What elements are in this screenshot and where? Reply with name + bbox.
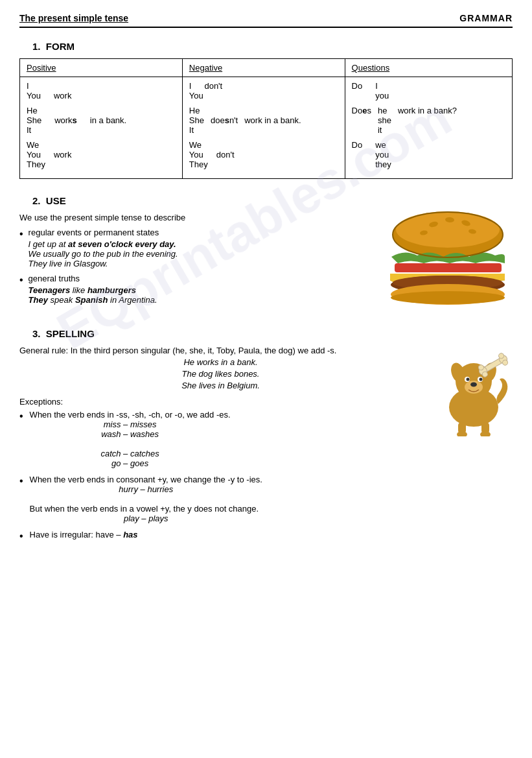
general-example-3: She lives in Belgium. xyxy=(19,381,422,390)
dog-image xyxy=(435,346,513,430)
positive-group-3: We Youwork They xyxy=(27,140,176,169)
questions-group-2: Does hesheit work in a bank? xyxy=(352,106,505,135)
exc1-ex4: go – goes xyxy=(30,458,231,468)
general-example-1: He works in a bank. xyxy=(19,357,422,367)
exc1-ex1: miss – misses xyxy=(30,420,231,429)
use-bullet-2: • general truths Teenagers like hamburge… xyxy=(19,274,370,305)
use-bullet-1: • regular events or permanent states I g… xyxy=(19,228,370,268)
page-header: The present simple tense GRAMMAR xyxy=(19,13,513,28)
exception-1-examples: miss – misses wash – washes catch – catc… xyxy=(30,420,231,468)
section-form: 1. FORM Positive Negative Questions I xyxy=(19,41,513,179)
questions-group-3: Do weyouthey xyxy=(352,140,505,169)
exception-2-note: But when the verb ends in a vowel +y, th… xyxy=(30,504,262,514)
svg-point-1 xyxy=(396,211,500,248)
section-use-heading: 2. USE xyxy=(32,195,513,206)
questions-group-1: Do Iyou xyxy=(352,81,505,101)
use-content-wrapper: • regular events or permanent states I g… xyxy=(19,228,513,312)
form-table-header-row: Positive Negative Questions xyxy=(20,59,513,77)
bullet-label-1: regular events or permanent states xyxy=(29,228,370,237)
svg-point-11 xyxy=(391,291,505,304)
exception-1-text: When the verb ends in -ss, -sh, -ch, or … xyxy=(30,410,231,420)
svg-point-21 xyxy=(467,378,470,381)
use-example-1b: We usually go to the pub in the evening. xyxy=(29,249,370,259)
bullet-dot-1: • xyxy=(19,228,23,240)
exception-3-text: Have is irregular: have – has xyxy=(30,530,138,539)
section-form-number: 1. xyxy=(32,41,41,52)
exception-dot-2: • xyxy=(19,475,23,488)
svg-point-22 xyxy=(480,378,483,381)
exc2-ex1: hurry – hurries xyxy=(30,484,262,494)
exc1-ex3: catch – catches xyxy=(30,449,231,458)
positive-cell: I Youwork He Sheworksin a bank. It We Yo… xyxy=(20,77,183,179)
exception-1-content: When the verb ends in -ss, -sh, -ch, or … xyxy=(30,410,231,468)
exception-2-text: When the verb ends in consonant +y, we c… xyxy=(30,475,262,484)
use-text-area: • regular events or permanent states I g… xyxy=(19,228,370,309)
section-spelling: 3. SPELLING General rule: In the third p… xyxy=(19,328,513,550)
exceptions-label: Exceptions: xyxy=(19,397,422,407)
negative-group-3: We Youdon't They xyxy=(189,140,338,169)
exception-2: • When the verb ends in consonant +y, we… xyxy=(19,475,422,523)
section-spelling-label: SPELLING xyxy=(46,328,95,339)
burger-image xyxy=(383,208,513,312)
positive-group-2: He Sheworksin a bank. It xyxy=(27,106,176,135)
col-negative-header: Negative xyxy=(182,59,345,77)
use-example-1c: They live in Glasgow. xyxy=(29,259,370,268)
bullet-content-2: general truths Teenagers like hamburgers… xyxy=(29,274,370,305)
questions-cell: Do Iyou Does hesheit work in a bank? Do … xyxy=(345,77,512,179)
bullet-content-1: regular events or permanent states I get… xyxy=(29,228,370,268)
use-example-2a: Teenagers like hamburgers xyxy=(29,285,370,295)
section-spelling-number: 3. xyxy=(32,328,41,339)
section-use-label: USE xyxy=(46,195,66,206)
form-table-content-row: I Youwork He Sheworksin a bank. It We Yo… xyxy=(20,77,513,179)
section-use-number: 2. xyxy=(32,195,41,206)
exception-2-content: When the verb ends in consonant +y, we c… xyxy=(30,475,262,523)
page-title: The present simple tense xyxy=(19,13,128,23)
general-rule-text: General rule: In the third person singul… xyxy=(19,346,422,355)
form-table: Positive Negative Questions I Youwork He… xyxy=(19,58,513,179)
negative-group-1: Idon't You xyxy=(189,81,338,101)
col-questions-header: Questions xyxy=(345,59,512,77)
exception-3-content: Have is irregular: have – has xyxy=(30,530,138,539)
exception-2-note-examples: play – plays xyxy=(30,514,262,523)
section-use: 2. USE We use the present simple tense t… xyxy=(19,195,513,312)
svg-point-18 xyxy=(470,383,477,387)
negative-cell: Idon't You He Shedoesn'twork in a bank. … xyxy=(182,77,345,179)
section-form-label: FORM xyxy=(46,41,75,52)
col-positive-header: Positive xyxy=(20,59,183,77)
spelling-text-area: General rule: In the third person singul… xyxy=(19,346,422,550)
grammar-label: GRAMMAR xyxy=(459,13,513,23)
svg-point-26 xyxy=(480,431,491,436)
bullet-dot-2: • xyxy=(19,274,23,286)
svg-point-25 xyxy=(457,431,467,436)
use-example-2b: They speak Spanish in Argentina. xyxy=(29,295,370,305)
exc2-note-ex1: play – plays xyxy=(30,514,262,523)
svg-rect-7 xyxy=(395,263,502,272)
exceptions-list: • When the verb ends in -ss, -sh, -ch, o… xyxy=(19,410,422,543)
general-example-2: The dog likes bones. xyxy=(19,369,422,379)
exception-3: • Have is irregular: have – has xyxy=(19,530,422,543)
exception-2-examples: hurry – hurries xyxy=(30,484,262,494)
positive-group-1: I Youwork xyxy=(27,81,176,101)
bullet-label-2: general truths xyxy=(29,274,370,283)
exception-1: • When the verb ends in -ss, -sh, -ch, o… xyxy=(19,410,422,468)
section-form-heading: 1. FORM xyxy=(32,41,513,52)
negative-group-2: He Shedoesn'twork in a bank. It xyxy=(189,106,338,135)
exception-dot-3: • xyxy=(19,530,23,543)
exc1-ex2: wash – washes xyxy=(30,429,231,439)
spelling-content-wrapper: General rule: In the third person singul… xyxy=(19,346,513,550)
use-example-1a: I get up at at seven o'clock every day. xyxy=(29,239,370,249)
section-spelling-heading: 3. SPELLING xyxy=(32,328,513,339)
exception-dot-1: • xyxy=(19,410,23,423)
